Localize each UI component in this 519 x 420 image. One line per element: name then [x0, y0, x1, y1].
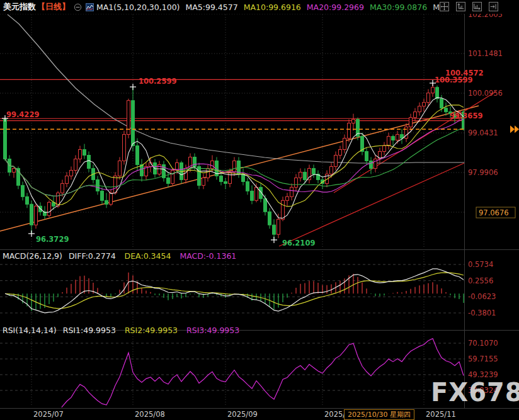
trading-terminal: { "header": { "symbol": "美元指数", "period"… [0, 0, 519, 420]
ma5-value: MA5:99.4577 [185, 3, 237, 12]
svg-text:59.7155: 59.7155 [468, 355, 498, 363]
svg-text:0.2556: 0.2556 [468, 276, 493, 285]
last-price-line [0, 125, 519, 133]
ma20-value: MA20:99.2969 [307, 3, 364, 12]
svg-text:0.5734: 0.5734 [468, 260, 493, 269]
macd-pane-header: MACD(26,12,9) DIFF:0.2774 DEA:0.3454 MAC… [3, 251, 236, 261]
chart-toolbar [440, 2, 498, 11]
macd-dea-value: DEA:0.3454 [125, 251, 171, 261]
crosshair-date-box: 2025/10/30 星期四 [344, 409, 414, 420]
rsi-pane-header: RSI(14,14,14) RSI1:49.9953 RSI2:49.9953 … [3, 326, 239, 335]
macd-title: MACD(26,12,9) [3, 251, 62, 261]
svg-text:100.3599: 100.3599 [435, 76, 472, 84]
price-annotations: 99.4229100.2599100.4572100.359999.365996… [2, 69, 483, 247]
chart-type-icon[interactable] [86, 3, 94, 11]
ma100-line [4, 11, 464, 163]
svg-text:-0.0623: -0.0623 [468, 292, 496, 301]
x-axis-label: 2025/09 [227, 410, 258, 419]
x-axis-label: 2025/11 [426, 410, 456, 419]
svg-text:99.4229: 99.4229 [6, 110, 39, 119]
price-axis-labels: 102.2005101.1481100.095699.043197.990697… [468, 10, 515, 395]
svg-text:96.2109: 96.2109 [282, 239, 315, 247]
period-tab[interactable]: 【日线】 [37, 1, 70, 13]
pan-icon[interactable] [440, 2, 449, 11]
rsi3-value: RSI3:49.9953 [186, 326, 239, 335]
svg-text:97.0676: 97.0676 [479, 208, 509, 217]
svg-text:100.0956: 100.0956 [468, 89, 503, 98]
m-indicator-label[interactable]: M [433, 3, 440, 12]
shift-right-icon[interactable] [489, 2, 498, 11]
rsi1-value: RSI1:49.9953 [63, 326, 116, 335]
svg-text:70.1070: 70.1070 [468, 339, 498, 348]
svg-text:99.3659: 99.3659 [450, 111, 482, 120]
collapse-icon[interactable] [74, 3, 82, 11]
ma-settings-label[interactable]: MA1(5,10,20,30,100) [96, 3, 180, 12]
macd-value: MACD:-0.1361 [180, 251, 236, 261]
ma10-value: MA10:99.6916 [244, 3, 301, 12]
rsi-title: RSI(14,14,14) [3, 326, 57, 335]
x-axis-label: 2025/07 [33, 410, 64, 419]
chart-canvas[interactable]: 99.4229100.2599100.4572100.359999.365996… [0, 0, 519, 420]
symbol-label: 美元指数 [3, 1, 36, 13]
svg-text:101.1481: 101.1481 [468, 49, 503, 58]
candles [4, 83, 465, 239]
svg-text:-0.3801: -0.3801 [468, 309, 496, 317]
svg-text:97.9906: 97.9906 [468, 168, 498, 177]
svg-text:100.2599: 100.2599 [139, 77, 176, 86]
ma30-value: MA30:99.0876 [370, 3, 427, 12]
rsi-pane [9, 339, 464, 420]
macd-pane [5, 269, 464, 313]
rsi2-value: RSI2:49.9953 [125, 326, 178, 335]
x-axis-scale-icon[interactable] [472, 2, 482, 11]
macd-diff-value: DIFF:0.2774 [69, 251, 116, 261]
y-axis-scale-icon[interactable] [456, 2, 465, 11]
gridlines [0, 14, 464, 407]
watermark: FX678 [431, 378, 519, 407]
svg-text:96.3729: 96.3729 [36, 235, 69, 244]
svg-text:99.0431: 99.0431 [468, 128, 498, 137]
x-axis-label: 2025/08 [135, 410, 165, 419]
